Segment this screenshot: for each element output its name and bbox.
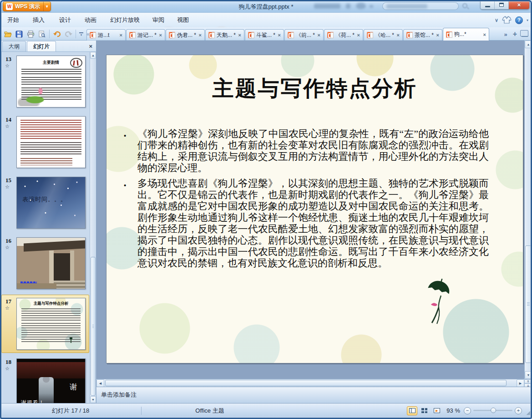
thumbnail-slide-13[interactable]: 主要剧情 bbox=[16, 56, 86, 107]
thumbnail-slide-17-selected[interactable]: 主题与写作特点分析 bbox=[16, 298, 86, 350]
doc-tab-7[interactable]: 《荷... *× bbox=[324, 29, 363, 41]
bullet-item: • 多场现代悲喜剧《狗儿爷涅槃》，以其深刻的思想主题、独特的艺术形式脱颖而出。它… bbox=[124, 178, 489, 269]
thumbnail-slide-15[interactable]: 表演时间。。。 bbox=[16, 177, 86, 229]
thumb-16-steps bbox=[54, 281, 85, 289]
thumbnail-slide-16[interactable] bbox=[16, 237, 86, 289]
thumbnail-slide-14[interactable] bbox=[16, 116, 86, 168]
panel-scroll-up-button[interactable]: ▲ bbox=[90, 52, 96, 59]
print-preview-button[interactable] bbox=[36, 29, 47, 40]
panel-scrollbar[interactable]: ▲ ▼ bbox=[90, 52, 96, 403]
doc-tab-10-active[interactable]: 狗...*× bbox=[443, 28, 489, 41]
doc-tab-6[interactable]: 《前... *× bbox=[284, 29, 324, 41]
menu-tab-design[interactable]: 设计 bbox=[56, 13, 75, 27]
panel-scrollbar-thumb[interactable] bbox=[91, 257, 96, 396]
doc-tab-1[interactable]: 游...t× bbox=[86, 29, 126, 41]
help-dropdown-icon[interactable]: ▾ bbox=[527, 18, 528, 22]
skin-shirt-icon[interactable] bbox=[502, 16, 512, 24]
doc-tab-9[interactable]: 茶馆... *× bbox=[403, 29, 442, 41]
save-button[interactable] bbox=[14, 29, 25, 40]
toolbar-options-button[interactable]: ▾ bbox=[78, 32, 85, 36]
doc-tab-close-icon[interactable]: × bbox=[318, 32, 320, 38]
doc-tab-close-icon[interactable]: × bbox=[483, 32, 486, 37]
scroll-down-button[interactable]: ▼ bbox=[525, 371, 532, 379]
zoom-slider[interactable] bbox=[473, 410, 512, 411]
new-document-button[interactable]: + bbox=[513, 30, 517, 38]
scroll-left-button[interactable]: ◀ bbox=[96, 379, 104, 387]
window-list-icon[interactable] bbox=[521, 31, 528, 37]
panel-tabs: 大纲 幻灯片 × bbox=[0, 41, 96, 52]
doc-tab-label: 《哈... * bbox=[375, 31, 395, 39]
menu-tab-view[interactable]: 视图 bbox=[173, 13, 193, 27]
app-menu-dropdown-icon[interactable]: ▾ bbox=[43, 1, 51, 11]
redo-button[interactable] bbox=[63, 29, 74, 40]
window-resize-grip[interactable] bbox=[526, 410, 530, 415]
zoom-out-button[interactable]: − bbox=[464, 407, 471, 414]
doc-tab-label: 斗鲨... * bbox=[256, 31, 276, 39]
doc-tab-close-icon[interactable]: × bbox=[357, 32, 360, 38]
panel-close-icon[interactable]: × bbox=[89, 43, 92, 50]
undo-icon bbox=[53, 31, 61, 37]
minimize-icon bbox=[485, 6, 490, 7]
redacted-caret bbox=[370, 5, 373, 8]
minimize-button[interactable] bbox=[481, 0, 495, 9]
doc-tab-3[interactable]: 伪君... *× bbox=[166, 29, 205, 41]
normal-view-button[interactable] bbox=[407, 406, 417, 415]
slide-sorter-view-button[interactable] bbox=[419, 406, 430, 415]
view-mode-buttons: ▶ bbox=[407, 406, 442, 415]
doc-tab-label: 伪君... * bbox=[177, 31, 197, 39]
doc-tab-close-icon[interactable]: × bbox=[199, 32, 202, 38]
horizontal-scrollbar[interactable]: ◀ ▶ ⇈ ⇊ bbox=[96, 379, 532, 387]
menu-tab-animation[interactable]: 动画 bbox=[81, 13, 100, 27]
tab-slides[interactable]: 幻灯片 bbox=[27, 41, 56, 51]
tab-outline[interactable]: 大纲 bbox=[2, 41, 26, 51]
search-icon[interactable] bbox=[462, 3, 467, 8]
thumb-16-ground bbox=[17, 283, 56, 289]
current-slide-canvas[interactable]: 主题与写作特点分析 • 《狗儿爷涅槃》深刻地反映了中国农民心理的复杂性，既有“左… bbox=[106, 55, 523, 363]
menu-tab-slideshow[interactable]: 幻灯片放映 bbox=[106, 13, 143, 27]
undo-button[interactable] bbox=[51, 29, 62, 40]
doc-tab-close-icon[interactable]: × bbox=[120, 32, 122, 38]
slideshow-button[interactable]: ▶ bbox=[431, 406, 442, 415]
horizontal-scrollbar-thumb[interactable] bbox=[105, 380, 507, 386]
close-button[interactable]: × bbox=[509, 0, 529, 9]
bullet-text[interactable]: 多场现代悲喜剧《狗儿爷涅槃》，以其深刻的思想主题、独特的艺术形式脱颖而出。它不仅… bbox=[137, 178, 489, 269]
restore-button[interactable] bbox=[495, 0, 509, 9]
toolbar-separator bbox=[49, 30, 50, 38]
scroll-right-button[interactable]: ▶ bbox=[517, 379, 524, 387]
help-icon[interactable]: ? bbox=[515, 16, 523, 24]
notes-pane[interactable]: 单击添加备注 bbox=[96, 387, 532, 403]
previous-slide-button[interactable]: ⇈ bbox=[524, 379, 532, 383]
search-input[interactable] bbox=[382, 2, 459, 10]
bullet-text[interactable]: 《狗儿爷涅槃》深刻地反映了中国农民心理的复杂性，既有“左”的政治运动给他们带来的… bbox=[137, 128, 489, 174]
doc-tab-close-icon[interactable]: × bbox=[238, 32, 241, 38]
thumb-13-animation-star-icon: ☆ bbox=[5, 63, 10, 69]
print-button[interactable] bbox=[25, 29, 36, 40]
doc-tab-close-icon[interactable]: × bbox=[159, 32, 162, 38]
slide-body-text[interactable]: • 《狗儿爷涅槃》深刻地反映了中国农民心理的复杂性，既有“左”的政治运动给他们带… bbox=[124, 128, 489, 273]
menu-tab-insert[interactable]: 插入 bbox=[29, 13, 48, 27]
doc-tab-5[interactable]: 斗鲨... *× bbox=[245, 29, 284, 41]
wps-app-button[interactable]: W WPS 演示 ▾ bbox=[3, 1, 51, 11]
ppt-file-icon bbox=[446, 31, 452, 38]
doc-tab-close-icon[interactable]: × bbox=[278, 32, 281, 38]
slide-title[interactable]: 主题与写作特点分析 bbox=[106, 74, 523, 103]
menu-tab-review[interactable]: 审阅 bbox=[149, 13, 168, 27]
scrollbar-grip bbox=[92, 325, 94, 328]
vertical-scrollbar[interactable]: ▲ ▼ bbox=[524, 41, 532, 379]
zoom-slider-thumb[interactable] bbox=[491, 408, 496, 413]
scroll-up-button[interactable]: ▲ bbox=[525, 41, 532, 48]
zoom-in-button[interactable]: + bbox=[515, 407, 522, 414]
menu-tab-home[interactable]: 开始 bbox=[4, 13, 23, 27]
right-arrow-icon: ▶ bbox=[519, 382, 522, 385]
doc-tab-8[interactable]: 《哈... *× bbox=[364, 29, 403, 41]
panel-scroll-down-button[interactable]: ▼ bbox=[90, 396, 96, 403]
open-button[interactable] bbox=[2, 29, 13, 40]
doc-tab-close-icon[interactable]: × bbox=[436, 32, 439, 38]
doc-tab-close-icon[interactable]: × bbox=[397, 32, 400, 38]
scroll-tabs-right-button[interactable]: » bbox=[502, 31, 508, 38]
doc-tab-4[interactable]: 天鹅... *× bbox=[205, 29, 244, 41]
vertical-scrollbar-thumb[interactable] bbox=[525, 245, 532, 363]
thumbnail-slide-18[interactable]: 谢 谢观看！ bbox=[16, 358, 86, 403]
collapse-ribbon-icon[interactable]: ∨ bbox=[495, 17, 498, 23]
doc-tab-2[interactable]: 游记... *× bbox=[126, 29, 165, 41]
